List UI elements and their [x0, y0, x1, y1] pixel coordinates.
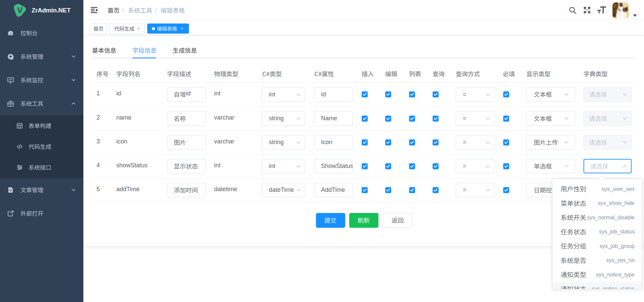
svg-text:V: V: [17, 6, 23, 15]
